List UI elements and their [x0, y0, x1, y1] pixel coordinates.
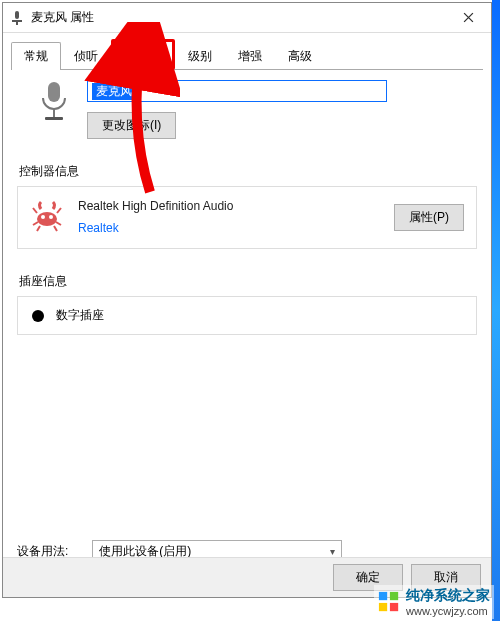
- device-icon: [37, 80, 71, 129]
- jack-name: 数字插座: [56, 307, 104, 324]
- tab-general[interactable]: 常规: [11, 42, 61, 70]
- desktop-accent: [492, 0, 500, 621]
- watermark: 纯净系统之家 www.ycwjzy.com: [374, 585, 494, 619]
- svg-rect-5: [45, 117, 63, 120]
- change-icon-button[interactable]: 更改图标(I): [87, 112, 176, 139]
- svg-point-7: [41, 215, 45, 219]
- tab-custom[interactable]: 自定义: [111, 39, 175, 70]
- svg-rect-11: [379, 603, 387, 611]
- controller-group: Realtek High Definition Audio Realtek 属性…: [17, 186, 477, 249]
- properties-window: 麦克风 属性 常规 侦听 自定义 级别 增强 高级 麦克风 更改图标(I) 控制…: [2, 2, 492, 598]
- tab-underline: [11, 69, 483, 70]
- svg-rect-10: [390, 592, 398, 600]
- window-title: 麦克风 属性: [31, 9, 445, 26]
- jack-group: 数字插座: [17, 296, 477, 335]
- svg-rect-12: [390, 603, 398, 611]
- jack-group-label: 插座信息: [17, 273, 477, 290]
- device-name-input[interactable]: 麦克风: [87, 80, 387, 102]
- titlebar: 麦克风 属性: [3, 3, 491, 33]
- close-button[interactable]: [445, 3, 491, 33]
- watermark-url: www.ycwjzy.com: [406, 605, 490, 617]
- tab-levels[interactable]: 级别: [175, 42, 225, 70]
- close-icon: [463, 12, 474, 23]
- controller-properties-button[interactable]: 属性(P): [394, 204, 464, 231]
- jack-color-icon: [32, 310, 44, 322]
- chevron-down-icon: ▾: [330, 546, 335, 557]
- tab-strip: 常规 侦听 自定义 级别 增强 高级: [3, 33, 491, 70]
- svg-point-8: [49, 215, 53, 219]
- controller-manufacturer: Realtek: [78, 221, 380, 235]
- svg-rect-0: [15, 11, 19, 19]
- tab-advanced[interactable]: 高级: [275, 42, 325, 70]
- realtek-icon: [30, 199, 64, 236]
- window-icon: [9, 10, 25, 26]
- watermark-icon: [378, 591, 400, 613]
- tab-panel-general: 麦克风 更改图标(I) 控制器信息 Realtek High Definitio…: [3, 70, 491, 572]
- watermark-title: 纯净系统之家: [406, 587, 490, 605]
- svg-rect-1: [12, 20, 22, 22]
- svg-rect-2: [16, 22, 18, 25]
- tab-listen[interactable]: 侦听: [61, 42, 111, 70]
- controller-name: Realtek High Definition Audio: [78, 199, 380, 213]
- svg-rect-4: [53, 109, 55, 117]
- tab-enhance[interactable]: 增强: [225, 42, 275, 70]
- svg-rect-9: [379, 592, 387, 600]
- controller-group-label: 控制器信息: [17, 163, 477, 180]
- svg-rect-3: [48, 82, 60, 102]
- svg-point-6: [37, 212, 57, 226]
